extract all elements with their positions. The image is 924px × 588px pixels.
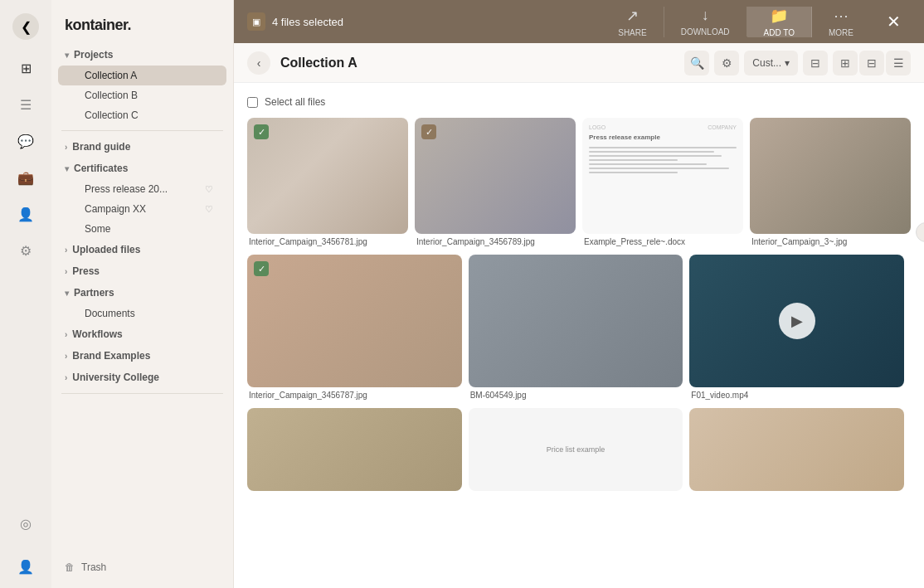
sidebar-item-documents[interactable]: Documents [58,304,226,323]
content-back-button[interactable]: ‹ [247,51,270,75]
file-thumb-3[interactable]: LOGOCOMPANY Press release example [582,118,743,234]
size-icon: ⊟ [810,56,820,70]
file-thumb-5[interactable]: ✓ [247,255,462,387]
nav-comments[interactable]: 💬 [11,126,41,156]
header-filter-button[interactable]: ⚙ [714,51,739,75]
file-name-3: Example_Press_rele~.docx [582,234,743,248]
select-all-label: Select all files [265,96,325,108]
press-release-label: Press release 20... [85,183,168,195]
brand-guide-label: Brand guide [72,141,130,153]
univ-chevron: › [65,373,67,382]
file-thumb-9[interactable]: Price list example [469,408,683,491]
select-all-row: Select all files [247,96,911,108]
partners-label: Partners [74,287,114,299]
sidebar-item-collection-a[interactable]: Collection A [58,66,226,85]
header-search-button[interactable]: 🔍 [684,51,709,75]
some-label: Some [85,223,110,235]
settings-icon: ⚙ [20,243,32,259]
file-card-10 [689,408,904,496]
file-thumb-6[interactable] [469,255,683,387]
file-check-5[interactable]: ✓ [254,261,269,276]
header-size-button[interactable]: ⊟ [803,51,828,75]
collection-title: Collection A [280,56,674,70]
nav-users[interactable]: 👤 [11,199,41,229]
add-to-icon: 📁 [770,7,788,25]
toolbar-close-button[interactable]: ✕ [877,12,911,32]
more-icon: ⋯ [834,7,849,25]
sidebar-partners[interactable]: ▾ Partners [51,282,233,304]
grid-view-icon-2: ⊟ [867,56,877,70]
file-name-10 [689,491,904,496]
sidebar-item-collection-c[interactable]: Collection C [58,105,226,125]
press-release-heart[interactable]: ♡ [205,184,213,195]
file-name-5: Interior_Campaign_3456787.jpg [247,387,462,401]
campaign-heart[interactable]: ♡ [205,204,213,215]
file-thumb-4[interactable] [750,118,911,234]
nav-briefcase[interactable]: 💼 [11,163,41,192]
file-thumb-2[interactable]: ✓ [415,118,576,234]
certs-chevron: ▾ [65,164,69,173]
download-icon: ↓ [702,7,709,24]
file-name-9 [469,491,683,496]
sidebar-item-campaign-xx[interactable]: Campaign XX ♡ [58,199,226,219]
sidebar-projects[interactable]: ▾ Projects [51,44,233,66]
collection-a-label: Collection A [85,70,137,81]
users-icon: 👤 [17,207,34,222]
sidebar-workflows[interactable]: › Workflows [51,323,233,345]
uploaded-chevron: › [65,245,67,255]
file-card-3: LOGOCOMPANY Press release example Exampl… [582,118,743,248]
nav-list[interactable]: ☰ [11,90,41,119]
nav-settings[interactable]: ⚙ [11,236,41,265]
sidebar-item-collection-b[interactable]: Collection B [58,85,226,105]
file-check-1[interactable]: ✓ [254,124,269,139]
toolbar-more[interactable]: ⋯ MORE [812,7,870,37]
file-name-2: Interior_Campaign_3456789.jpg [415,234,576,248]
file-thumb-1[interactable]: ✓ [247,118,408,234]
nav-user[interactable]: 👤 [11,552,41,581]
sidebar-brand-guide[interactable]: › Brand guide [51,136,233,158]
more-label: MORE [829,28,853,37]
sidebar-brand-examples[interactable]: › Brand Examples [51,345,233,367]
grid-view-button[interactable]: ⊞ [833,51,858,75]
sidebar-item-some[interactable]: Some [58,219,226,239]
content-back-icon: ‹ [257,56,261,70]
trash-icon: 🗑 [65,561,75,573]
sidebar-trash[interactable]: 🗑 Trash [51,556,233,578]
back-button[interactable]: ❮ [12,13,39,40]
file-thumb-8[interactable] [247,408,462,491]
sidebar-certificates[interactable]: ▾ Certificates [51,158,233,179]
file-card-4: Interior_Campaign_3~.jpg [750,118,911,248]
uploaded-label: Uploaded files [72,244,140,255]
custom-sort-select[interactable]: Cust... ▾ [744,51,798,75]
files-grid-row2: ✓ Interior_Campaign_3456787.jpg BM-60454… [247,255,911,401]
files-grid-row3: Price list example [247,408,911,496]
nav-profile-circle[interactable]: ◎ [11,508,41,538]
list-view-icon: ☰ [893,56,904,70]
sidebar-press[interactable]: › Press [51,260,233,282]
select-all-checkbox[interactable] [247,97,258,108]
video-play-btn-7[interactable]: ▶ [779,303,815,339]
toolbar-download[interactable]: ↓ DOWNLOAD [664,7,747,36]
file-name-8 [247,491,462,496]
sidebar-uploaded-files[interactable]: › Uploaded files [51,239,233,260]
file-thumb-10[interactable] [689,408,904,491]
sidebar-university-college[interactable]: › University College [51,367,233,388]
sidebar-item-press-release[interactable]: Press release 20... ♡ [58,179,226,199]
nav-apps[interactable]: ⊞ [11,53,41,83]
grid-view-button-2[interactable]: ⊟ [859,51,884,75]
sort-label: Cust... [752,57,781,69]
toolbar: ▣ 4 files selected ↗ SHARE ↓ DOWNLOAD 📁 … [234,0,924,43]
user-icon: 👤 [17,559,34,575]
toolbar-add-to[interactable]: 📁 ADD TO [747,7,812,37]
share-label: SHARE [618,28,646,37]
certs-label: Certificates [74,163,128,174]
toolbar-share[interactable]: ↗ SHARE [601,7,664,37]
file-thumb-7[interactable]: ▶ [689,255,904,387]
file-name-7: F01_video.mp4 [689,387,904,401]
back-icon: ❮ [21,19,32,35]
file-check-2[interactable]: ✓ [421,124,436,139]
list-icon: ☰ [20,97,32,113]
header-actions: 🔍 ⚙ Cust... ▾ ⊟ ⊞ ⊟ ☰ [684,51,911,75]
list-view-button[interactable]: ☰ [886,51,911,75]
comments-icon: 💬 [17,134,34,149]
